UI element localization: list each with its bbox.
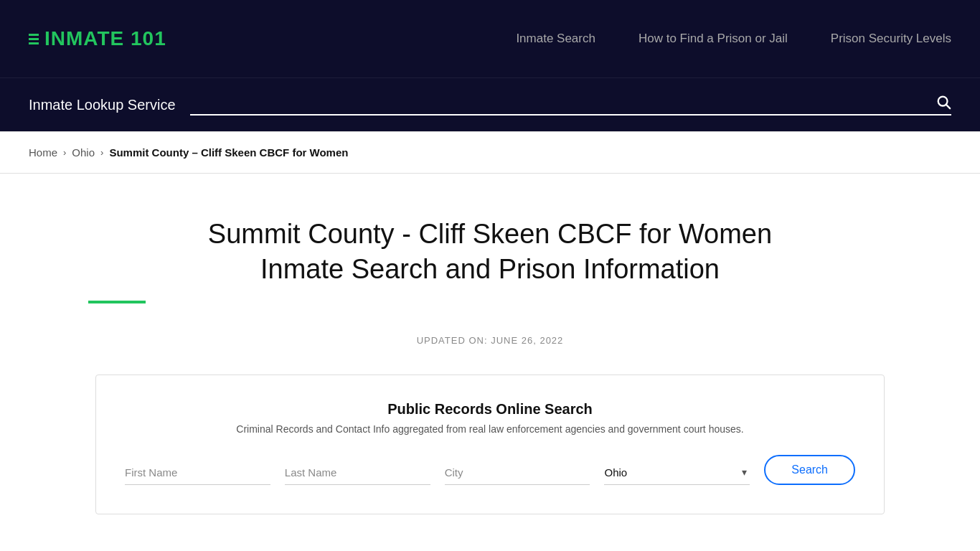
search-submit-icon-button[interactable] bbox=[936, 94, 951, 110]
state-select[interactable]: AlabamaAlaskaArizonaArkansasCaliforniaCo… bbox=[604, 461, 750, 485]
search-card: Public Records Online Search Criminal Re… bbox=[95, 375, 885, 514]
breadcrumb: Home › Ohio › Summit County – Cliff Skee… bbox=[29, 146, 951, 159]
main-content: Summit County - Cliff Skeen CBCF for Wom… bbox=[60, 174, 920, 543]
first-name-field bbox=[125, 461, 270, 485]
search-input[interactable] bbox=[190, 95, 936, 108]
last-name-field bbox=[285, 461, 430, 485]
top-navigation: INMATE 101 Inmate Search How to Find a P… bbox=[0, 0, 980, 77]
search-bar-section: Inmate Lookup Service bbox=[0, 77, 980, 131]
breadcrumb-state[interactable]: Ohio bbox=[72, 146, 95, 159]
logo-bars-icon bbox=[29, 34, 39, 44]
nav-how-to-find[interactable]: How to Find a Prison or Jail bbox=[639, 32, 788, 46]
state-field: AlabamaAlaskaArizonaArkansasCaliforniaCo… bbox=[604, 461, 750, 485]
logo-name-suffix: 101 bbox=[124, 27, 166, 50]
breadcrumb-sep-2: › bbox=[100, 147, 103, 158]
card-subtitle: Criminal Records and Contact Info aggreg… bbox=[125, 423, 855, 435]
breadcrumb-sep-1: › bbox=[63, 147, 66, 158]
search-bar-label: Inmate Lookup Service bbox=[29, 97, 176, 113]
search-button[interactable]: Search bbox=[764, 455, 855, 485]
search-input-wrapper bbox=[190, 94, 951, 116]
logo[interactable]: INMATE 101 bbox=[29, 27, 166, 50]
city-field bbox=[445, 461, 590, 485]
logo-name-prefix: INMATE bbox=[44, 27, 124, 50]
first-name-input[interactable] bbox=[125, 461, 270, 485]
card-title: Public Records Online Search bbox=[125, 401, 855, 418]
nav-links: Inmate Search How to Find a Prison or Ja… bbox=[516, 32, 951, 46]
last-name-input[interactable] bbox=[285, 461, 430, 485]
title-green-underline bbox=[88, 301, 146, 303]
page-title: Summit County - Cliff Skeen CBCF for Wom… bbox=[167, 217, 813, 288]
breadcrumb-home[interactable]: Home bbox=[29, 146, 57, 159]
title-underline-wrapper bbox=[88, 288, 892, 328]
breadcrumb-current: Summit County – Cliff Skeen CBCF for Wom… bbox=[109, 146, 348, 159]
svg-line-1 bbox=[946, 105, 950, 108]
city-input[interactable] bbox=[445, 461, 590, 485]
logo-text: INMATE 101 bbox=[44, 27, 166, 50]
breadcrumb-section: Home › Ohio › Summit County – Cliff Skee… bbox=[0, 132, 980, 173]
search-icon bbox=[936, 94, 951, 110]
updated-date: UPDATED ON: JUNE 26, 2022 bbox=[88, 335, 892, 346]
nav-security-levels[interactable]: Prison Security Levels bbox=[831, 32, 951, 46]
nav-inmate-search[interactable]: Inmate Search bbox=[516, 32, 595, 46]
form-row: AlabamaAlaskaArizonaArkansasCaliforniaCo… bbox=[125, 455, 855, 485]
